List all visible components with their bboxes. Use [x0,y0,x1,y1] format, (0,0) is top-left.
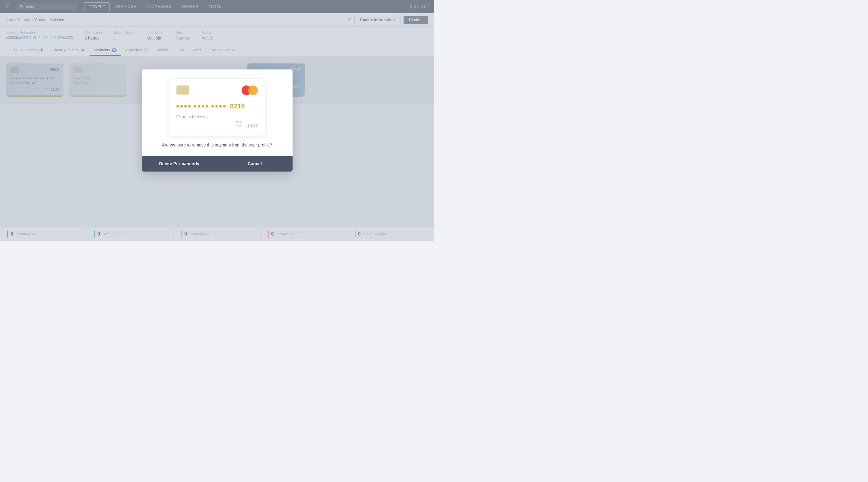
dot [219,105,222,108]
dot [206,105,208,108]
dot [184,105,187,108]
modal-card-valid-label: VALIDTHRU [235,121,242,127]
modal-card-holder-name: Charles Malcolm [177,114,258,119]
modal-buttons: Delete Permanently Cancel [142,155,292,172]
modal-card-chip [177,85,189,94]
mc-circle-right [248,85,258,95]
dot [215,105,218,108]
dot [177,105,179,108]
modal-card-mc-logo [242,85,258,95]
dot-group-1 [177,105,191,108]
dot [198,105,200,108]
modal-overlay: 8210 Charles Malcolm VALIDTHRU 10/17 Are… [0,0,434,241]
delete-payment-modal: 8210 Charles Malcolm VALIDTHRU 10/17 Are… [142,69,292,172]
modal-payment-card: 8210 Charles Malcolm VALIDTHRU 10/17 [169,79,266,136]
dot [211,105,214,108]
cancel-button[interactable]: Cancel [217,156,292,172]
dot-group-3 [211,105,226,108]
dot [188,105,191,108]
modal-card-last4: 8210 [230,103,245,110]
modal-question-text: Are you sure to remove this payment from… [142,142,292,155]
dot [194,105,196,108]
dot [202,105,204,108]
dot [180,105,183,108]
modal-card-date: 10/17 [247,123,257,129]
modal-card-area: 8210 Charles Malcolm VALIDTHRU 10/17 [142,69,292,142]
delete-permanently-button[interactable]: Delete Permanently [142,156,217,172]
dot [223,105,226,108]
dot-group-2 [194,105,208,108]
modal-card-dots-row: 8210 [177,103,258,110]
